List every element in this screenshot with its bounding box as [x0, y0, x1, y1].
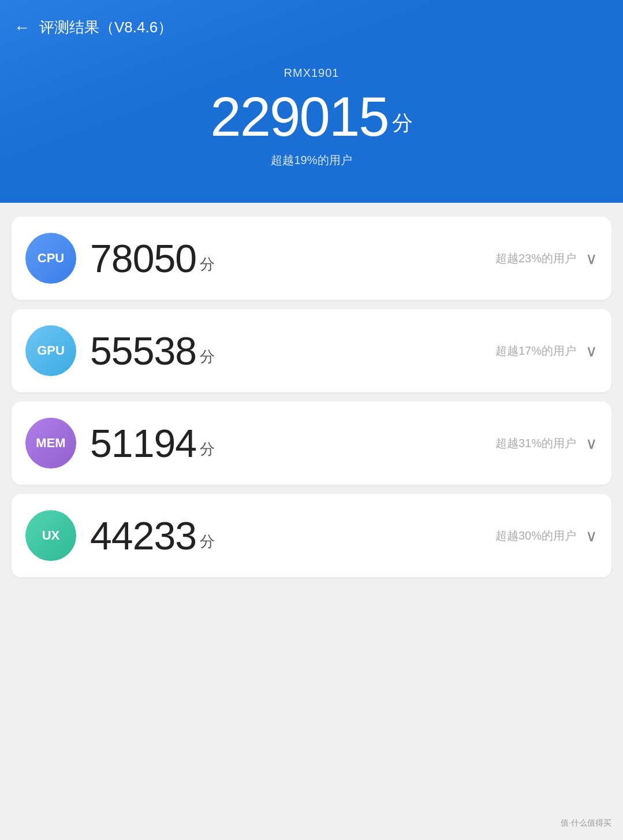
total-percentile: 超越19%的用户 [0, 153, 623, 168]
card-score-number: 55538 [90, 331, 196, 370]
total-score-area: 229015 分 [0, 89, 623, 144]
back-button[interactable]: ← [14, 20, 30, 36]
card-percentile: 超越30%的用户 [495, 528, 576, 544]
score-card[interactable]: GPU 55538 分 超越17%的用户 ∨ [12, 309, 611, 392]
score-card[interactable]: CPU 78050 分 超越23%的用户 ∨ [12, 217, 611, 300]
badge-gpu: GPU [25, 325, 76, 376]
chevron-down-icon[interactable]: ∨ [585, 434, 598, 453]
page-title: 评测结果（V8.4.6） [39, 17, 173, 38]
device-name: RMX1901 [0, 66, 623, 80]
header-section: ← 评测结果（V8.4.6） RMX1901 229015 分 超越19%的用户 [0, 0, 623, 203]
card-score-area: 78050 分 [90, 239, 495, 278]
card-percentile: 超越23%的用户 [495, 251, 576, 266]
card-score-unit: 分 [200, 439, 215, 459]
chevron-down-icon[interactable]: ∨ [585, 249, 598, 268]
card-score-number: 78050 [90, 239, 196, 278]
top-bar: ← 评测结果（V8.4.6） [0, 12, 623, 43]
card-score-number: 44233 [90, 516, 196, 555]
card-score-area: 44233 分 [90, 516, 495, 555]
card-score-number: 51194 [90, 423, 196, 463]
score-card[interactable]: MEM 51194 分 超越31%的用户 ∨ [12, 402, 611, 485]
card-percentile: 超越31%的用户 [495, 436, 576, 451]
card-right: 超越31%的用户 ∨ [495, 434, 598, 453]
cards-section: CPU 78050 分 超越23%的用户 ∨ GPU 55538 分 超越17%… [0, 203, 623, 591]
total-score-number: 229015 [210, 89, 388, 144]
badge-ux: UX [25, 510, 76, 561]
watermark: 值·什么值得买 [561, 818, 611, 828]
total-score-unit: 分 [392, 109, 413, 137]
card-score-area: 51194 分 [90, 423, 495, 463]
chevron-down-icon[interactable]: ∨ [585, 526, 598, 545]
badge-cpu: CPU [25, 233, 76, 284]
card-right: 超越30%的用户 ∨ [495, 526, 598, 545]
card-score-unit: 分 [200, 347, 215, 367]
chevron-down-icon[interactable]: ∨ [585, 341, 598, 360]
card-score-unit: 分 [200, 254, 215, 274]
badge-mem: MEM [25, 418, 76, 469]
score-card[interactable]: UX 44233 分 超越30%的用户 ∨ [12, 494, 611, 577]
card-score-unit: 分 [200, 531, 215, 552]
card-right: 超越17%的用户 ∨ [495, 341, 598, 360]
card-right: 超越23%的用户 ∨ [495, 249, 598, 268]
card-score-area: 55538 分 [90, 331, 495, 370]
card-percentile: 超越17%的用户 [495, 343, 576, 359]
